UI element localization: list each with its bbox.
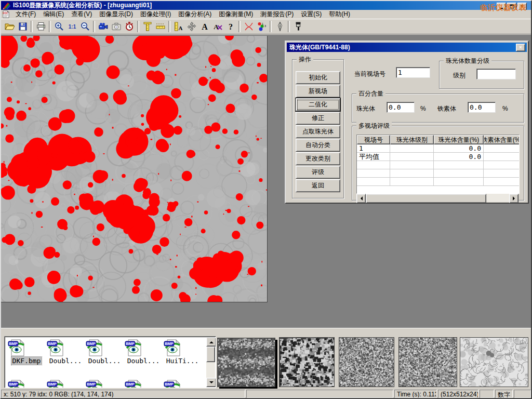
zoom-out-button[interactable] xyxy=(78,20,91,33)
file-item[interactable]: BMP HuiTi... xyxy=(164,338,201,365)
bmp-file-icon: BMP xyxy=(164,379,181,388)
file-name[interactable]: HuiTi... xyxy=(165,357,200,365)
initialize-button[interactable]: 初始化 xyxy=(296,71,340,84)
scroll-right-button[interactable] xyxy=(509,194,518,203)
add-text-button[interactable]: A xyxy=(198,20,211,33)
thumbnail-1[interactable] xyxy=(217,338,275,387)
bmp-icon-slot: BMP xyxy=(164,338,201,357)
metallographic-image[interactable] xyxy=(1,36,268,302)
scroll-up-button[interactable] xyxy=(206,337,216,347)
menu-view[interactable]: 查看(V) xyxy=(68,9,96,19)
file-name[interactable]: Doubl... xyxy=(87,357,122,365)
scrollbar-thumb[interactable] xyxy=(206,347,215,362)
bmp-file-icon: BMP xyxy=(125,338,142,357)
bmp-file-icon: BMP xyxy=(47,379,64,388)
bmp-file-icon: BMP xyxy=(47,338,64,357)
zoom-in-button[interactable] xyxy=(52,20,65,33)
menu-image-measure[interactable]: 图像测量(M) xyxy=(215,9,257,19)
current-field-label: 当前视场号 xyxy=(354,70,385,78)
pen-button[interactable] xyxy=(273,20,286,33)
col-field-number: 视场号 xyxy=(357,135,390,144)
binarize-button[interactable]: 二值化 xyxy=(296,98,340,111)
count-points-button[interactable]: 13 xyxy=(255,20,268,33)
table-row[interactable]: 1 0.0 xyxy=(357,144,519,153)
vertical-ruler-button[interactable] xyxy=(141,20,154,33)
actual-size-button[interactable]: 1:1 xyxy=(65,20,78,33)
file-item[interactable]: BMP Doubl... xyxy=(47,338,84,365)
ferrite-percent-input[interactable]: 0.0 xyxy=(468,102,496,113)
status-mode: 数字 xyxy=(495,390,513,398)
brush-button[interactable] xyxy=(291,20,304,33)
thumbnail-2[interactable] xyxy=(279,337,335,387)
curve-tool-button[interactable] xyxy=(242,20,255,33)
open-button[interactable] xyxy=(3,20,16,33)
thumbnail-5[interactable] xyxy=(460,337,528,387)
scroll-left-button[interactable] xyxy=(356,194,366,203)
menu-edit[interactable]: 编辑(E) xyxy=(39,9,68,19)
calibration-ruler-button[interactable]: A xyxy=(172,20,185,33)
video-capture-button[interactable] xyxy=(97,20,110,33)
file-item[interactable]: BMP xyxy=(47,379,84,388)
menu-file[interactable]: 文件(F) xyxy=(12,9,39,19)
grade-button[interactable]: 评级 xyxy=(296,166,340,179)
file-item[interactable]: BMP Doubl... xyxy=(86,338,123,365)
file-item[interactable]: BMP xyxy=(125,379,162,388)
svg-text:BMP: BMP xyxy=(48,382,57,387)
thumbnail-3[interactable] xyxy=(339,337,394,387)
file-item[interactable]: BMP DKF.bmp xyxy=(8,338,45,365)
file-browser-scrollbar[interactable] xyxy=(206,337,215,387)
horizontal-ruler-button[interactable] xyxy=(154,20,167,33)
camera-button[interactable] xyxy=(110,20,123,33)
move-button[interactable] xyxy=(185,20,198,33)
title-bar[interactable]: IS100显微摄像系统(金相分析版) - [zhuguangti01] × xyxy=(1,1,531,10)
file-item[interactable]: BMP xyxy=(8,379,45,388)
svg-text:?: ? xyxy=(229,22,233,31)
file-item[interactable]: BMP xyxy=(86,379,123,388)
menu-help[interactable]: 帮助(H) xyxy=(325,9,354,19)
operations-group-label: 操作 xyxy=(297,56,313,63)
pick-pearlite-button[interactable]: 点取珠光体 xyxy=(296,125,340,138)
save-button[interactable] xyxy=(16,20,29,33)
menu-image-processing[interactable]: 图像处理(I) xyxy=(137,9,175,19)
level-input[interactable] xyxy=(476,69,516,79)
file-name[interactable]: Doubl... xyxy=(126,357,161,365)
svg-text:BMP: BMP xyxy=(126,341,135,346)
auto-classify-button[interactable]: 自动分类 xyxy=(296,139,340,152)
delete-text-button[interactable]: A xyxy=(211,20,224,33)
timer-button[interactable] xyxy=(123,20,136,33)
file-name[interactable]: DKF.bmp xyxy=(11,357,42,365)
ferrite-label: 铁素体 xyxy=(437,104,456,113)
scrollbar-thumb[interactable] xyxy=(366,194,486,203)
menu-image-analysis[interactable]: 图像分析(A) xyxy=(175,9,215,19)
change-class-button[interactable]: 更改类别 xyxy=(296,152,340,165)
pearlite-label: 珠光体 xyxy=(356,104,375,113)
pearlite-percent-input[interactable]: 0.0 xyxy=(387,102,415,113)
table-horizontal-scrollbar[interactable] xyxy=(356,194,518,202)
rating-table[interactable]: 视场号 珠光体级别 珠光体含量(%) 铁素体含量(%) 1 0.0 平均值 0.… xyxy=(356,135,520,194)
current-field-input[interactable]: 1 xyxy=(396,67,430,78)
table-row-average[interactable]: 平均值 0.0 xyxy=(357,153,519,161)
new-field-button[interactable]: 新视场 xyxy=(296,85,340,98)
vendor-watermark: 临沂仪器仪表 xyxy=(480,3,527,12)
menu-measure-report[interactable]: 测量报告(P) xyxy=(257,9,297,19)
scroll-down-button[interactable] xyxy=(206,378,216,387)
file-browser[interactable]: BMP DKF.bmp BMP Doubl... BMP Doubl... xyxy=(4,336,216,388)
help-button[interactable]: ? xyxy=(224,20,237,33)
print-button[interactable] xyxy=(34,20,47,33)
svg-text:BMP: BMP xyxy=(126,382,135,387)
dialog-title-bar[interactable]: 珠光体(GB/T9441-88) × xyxy=(287,43,527,52)
menu-image-display[interactable]: 图像显示(D) xyxy=(96,9,137,19)
file-name[interactable]: Doubl... xyxy=(48,357,83,365)
dialog-close-button[interactable]: × xyxy=(516,44,525,51)
correct-button[interactable]: 修正 xyxy=(296,112,340,125)
status-image-size: (512x512x24) xyxy=(438,390,478,398)
col-pearlite-content: 珠光体含量(%) xyxy=(434,135,484,144)
file-item[interactable]: BMP Doubl... xyxy=(125,338,162,365)
menu-settings[interactable]: 设置(S) xyxy=(297,9,325,19)
thumbnail-4[interactable] xyxy=(398,337,457,387)
pearlite-dialog[interactable]: 珠光体(GB/T9441-88) × 操作 初始化 新视场 二值化 修正 点取珠… xyxy=(285,41,529,204)
return-button[interactable]: 返回 xyxy=(296,179,340,192)
percent-group-label: 百分含量 xyxy=(356,90,385,97)
document-icon[interactable]: DOC xyxy=(2,10,10,18)
file-item[interactable]: BMP xyxy=(164,379,201,388)
